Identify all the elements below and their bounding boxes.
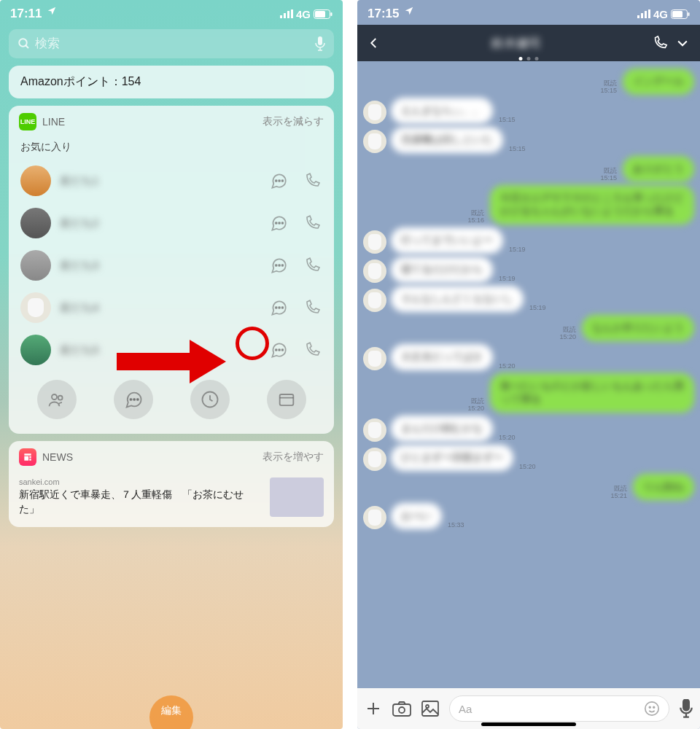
call-icon[interactable] — [302, 213, 322, 233]
message-row[interactable]: おべい15:33 — [363, 503, 694, 529]
svg-point-45 — [399, 707, 405, 713]
svg-rect-46 — [422, 701, 438, 716]
message-meta: 既読15:16 — [467, 210, 484, 225]
message-bubble: なんか作りたいよう — [582, 315, 694, 341]
wallet-icon[interactable] — [267, 380, 306, 419]
show-more-button[interactable]: 表示を増やす — [262, 451, 324, 464]
friends-icon[interactable] — [37, 380, 77, 419]
message-meta: 既読15:15 — [600, 168, 617, 182]
call-icon[interactable] — [302, 255, 322, 276]
avatar — [20, 292, 51, 323]
message-row[interactable]: 洗濯機は回しといた15:15 — [363, 127, 694, 153]
line-widget-header: LINE LINE 表示を減らす — [9, 106, 334, 138]
amazon-points-label: Amazonポイント：154 — [20, 75, 141, 87]
chat-icon[interactable] — [268, 297, 289, 318]
svg-rect-9 — [318, 36, 322, 45]
svg-rect-41 — [688, 12, 690, 16]
svg-point-7 — [19, 39, 27, 47]
edit-button[interactable]: 編集 — [149, 695, 193, 729]
svg-point-29 — [136, 399, 138, 400]
spotlight-search[interactable] — [9, 29, 334, 58]
message-row[interactable]: そんなしんどくもないし15:19 — [363, 286, 694, 312]
news-item[interactable]: sankei.com 新宿駅近くで車暴走、７人重軽傷 「お茶にむせた」 — [9, 473, 334, 527]
message-row[interactable]: 今日カエデサラサのところも寄ったけどかけるちゃんがいないようだから帰る既読15:… — [363, 185, 694, 225]
message-meta: 15:20 — [499, 434, 516, 442]
message-row[interactable]: まんだけ頼むかな15:20 — [363, 416, 694, 442]
avatar — [363, 130, 386, 153]
add-button[interactable] — [365, 700, 382, 717]
message-meta: 15:15 — [499, 117, 516, 124]
contact-name: 友だち5 — [60, 343, 260, 357]
avatar — [20, 208, 51, 238]
svg-point-26 — [58, 396, 62, 400]
chat-icon[interactable] — [268, 171, 289, 191]
news-app-name: NEWS — [42, 451, 262, 463]
page-dots — [519, 57, 539, 61]
call-icon[interactable] — [302, 297, 322, 318]
status-time: 17:11 — [10, 7, 42, 21]
message-input[interactable]: Aa — [449, 695, 669, 722]
message-bubble: 洗濯機は回しといた — [391, 127, 503, 153]
network-label: 4G — [296, 8, 311, 20]
favorite-contact-row[interactable]: 友だち3 — [9, 244, 334, 286]
message-row[interactable]: ひとまずー回寝まずー15:20 — [363, 445, 694, 471]
svg-rect-35 — [637, 15, 639, 18]
call-icon[interactable] — [302, 340, 322, 360]
message-row[interactable]: ありがとう既読15:15 — [363, 156, 694, 182]
avatar — [363, 418, 386, 442]
favorite-contact-row[interactable]: 友だち4 — [9, 286, 334, 329]
message-row[interactable]: なんか作りたいよう既読15:20 — [363, 315, 694, 341]
svg-rect-1 — [284, 13, 286, 18]
call-icon[interactable] — [302, 171, 322, 191]
home-indicator[interactable] — [481, 722, 576, 726]
message-bubble: 食べたいものとか欲しいもんあったら買って帰る — [490, 373, 694, 413]
contact-name: 友だち1 — [60, 174, 260, 188]
network-label: 4G — [653, 8, 668, 20]
message-row[interactable]: りん飴ね既読15:21 — [363, 474, 694, 500]
message-bubble: まんだけ頼むかな — [391, 416, 493, 442]
message-bubble: りん飴ね — [633, 474, 694, 500]
chat-messages[interactable]: インデール既読15:15えんまならぃ。。15:15洗濯機は回しといた15:15あ… — [357, 61, 700, 688]
location-icon — [47, 6, 57, 16]
svg-rect-38 — [648, 9, 650, 18]
chat-header: 鈴木健司 — [357, 25, 700, 61]
avatar — [363, 448, 386, 471]
chats-icon[interactable] — [114, 380, 153, 419]
svg-point-14 — [279, 222, 280, 224]
chat-icon[interactable] — [268, 255, 289, 276]
amazon-widget[interactable]: Amazonポイント：154 — [9, 66, 334, 98]
svg-rect-3 — [291, 9, 293, 18]
voice-call-button[interactable] — [652, 35, 668, 51]
message-row[interactable]: インデール既読15:15 — [363, 69, 694, 95]
news-widget: NEWS 表示を増やす sankei.com 新宿駅近くで車暴走、７人重軽傷 「… — [9, 441, 334, 527]
gallery-button[interactable] — [421, 701, 439, 717]
contact-name: 友だち4 — [60, 301, 260, 315]
back-button[interactable] — [368, 36, 381, 50]
chat-icon[interactable] — [268, 340, 289, 360]
message-meta: 既読15:21 — [610, 486, 627, 500]
menu-button[interactable] — [675, 36, 690, 50]
search-input[interactable] — [35, 36, 315, 51]
svg-point-20 — [279, 307, 280, 308]
svg-point-15 — [281, 222, 283, 224]
status-right: 4G — [637, 8, 690, 20]
favorite-contact-row[interactable]: 友だち5 — [9, 329, 334, 371]
message-row[interactable]: 行ってまでいいよー15:19 — [363, 227, 694, 254]
favorite-contact-row[interactable]: 友だち2 — [9, 202, 334, 244]
emoji-button[interactable] — [644, 701, 660, 717]
svg-point-27 — [130, 399, 131, 400]
voice-message-button[interactable] — [680, 699, 693, 718]
show-less-button[interactable]: 表示を減らす — [262, 115, 324, 128]
message-row[interactable]: 食べたいものとか欲しいもんあったら買って帰る既読15:20 — [363, 373, 694, 413]
message-row[interactable]: 大丈夫だってばさ15:20 — [363, 344, 694, 370]
svg-rect-0 — [280, 15, 282, 18]
message-row[interactable]: えんまならぃ。。15:15 — [363, 98, 694, 124]
avatar — [363, 289, 386, 312]
camera-button[interactable] — [392, 701, 411, 717]
chat-icon[interactable] — [268, 213, 289, 233]
timeline-icon[interactable] — [190, 380, 230, 419]
mic-icon[interactable] — [315, 36, 325, 51]
favorite-contact-row[interactable]: 友だち1 — [9, 160, 334, 202]
signal-icon — [637, 9, 650, 18]
message-row[interactable]: 寝てるだけだから15:19 — [363, 257, 694, 283]
